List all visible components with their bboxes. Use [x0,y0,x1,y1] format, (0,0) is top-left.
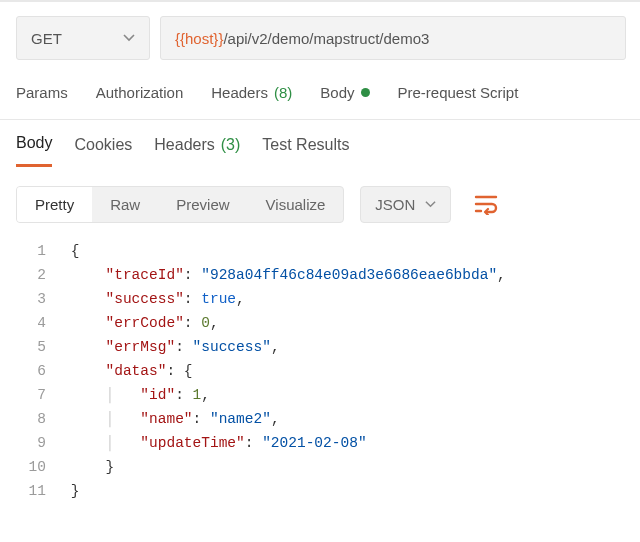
view-preview-button[interactable]: Preview [158,187,247,222]
tab-prerequest-script[interactable]: Pre-request Script [398,76,519,119]
view-visualize-button[interactable]: Visualize [248,187,344,222]
url-input[interactable]: {{host}}/api/v2/demo/mapstruct/demo3 [160,16,626,60]
view-raw-button[interactable]: Raw [92,187,158,222]
tab-authorization[interactable]: Authorization [96,76,184,119]
response-tab-cookies[interactable]: Cookies [74,134,132,167]
http-method-select[interactable]: GET [16,16,150,60]
tab-headers[interactable]: Headers (8) [211,76,292,119]
url-path: /api/v2/demo/mapstruct/demo3 [223,30,429,47]
tab-params[interactable]: Params [16,76,68,119]
response-tab-body[interactable]: Body [16,134,52,167]
response-tab-headers[interactable]: Headers (3) [154,134,240,167]
dot-icon [361,88,370,97]
view-mode-group: Pretty Raw Preview Visualize [16,186,344,223]
chevron-down-icon [425,199,436,210]
format-select[interactable]: JSON [360,186,451,223]
response-tab-tests[interactable]: Test Results [262,134,349,167]
chevron-down-icon [123,32,135,44]
wrap-lines-button[interactable] [467,185,505,223]
http-method-label: GET [31,30,62,47]
request-tabs: Params Authorization Headers (8) Body Pr… [0,76,640,119]
response-body[interactable]: 1 { 2 "traceId": "928a04ff46c84e09ad3e66… [0,231,640,513]
url-variable: {{host}} [175,30,223,47]
view-pretty-button[interactable]: Pretty [17,187,92,222]
response-tabs: Body Cookies Headers (3) Test Results [0,120,640,167]
json-key: "traceId" [106,267,184,283]
tab-body[interactable]: Body [320,76,369,119]
